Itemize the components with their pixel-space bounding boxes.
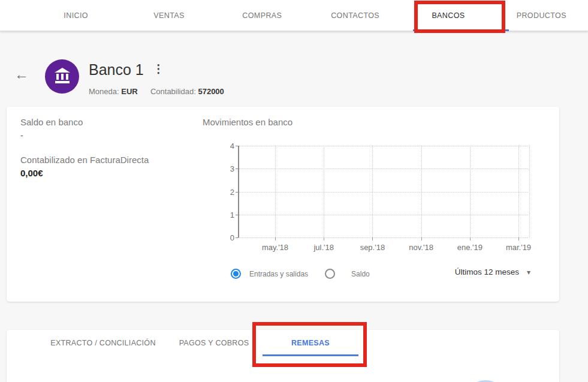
bank-overview-card: Saldo en banco - Contabilizado en Factur… — [7, 107, 559, 302]
chevron-down-icon: ▾ — [527, 268, 530, 276]
active-nav-underline — [413, 29, 509, 31]
nav-tab-ventas[interactable]: VENTAS — [122, 0, 215, 31]
accounting-value: 572000 — [198, 87, 224, 96]
bank-detail-page: { "nav": { "items": [ { "label": "INICIO… — [0, 0, 588, 382]
tab-extracto-conciliacion[interactable]: EXTRACTO / CONCILIACIÓN — [50, 330, 155, 356]
kebab-menu-icon[interactable]: ⋮ — [153, 62, 164, 76]
tab-remesas[interactable]: REMESAS — [291, 330, 330, 356]
radio-entradas-salidas-label: Entradas y salidas — [249, 270, 308, 278]
chart-title: Movimientos en banco — [203, 117, 293, 127]
bank-building-icon — [53, 67, 71, 86]
chart-mode-radios: Entradas y salidas Saldo — [231, 269, 370, 279]
top-navigation: INICIO VENTAS COMPRAS CONTACTOS BANCOS P… — [0, 0, 588, 31]
accounted-label: Contabilizado en FacturaDirecta — [20, 155, 149, 165]
bank-balance-value: - — [20, 131, 23, 140]
accounting-label: Contabilidad: — [150, 87, 196, 96]
radio-entradas-salidas[interactable] — [231, 269, 241, 279]
nav-tab-contactos[interactable]: CONTACTOS — [309, 0, 402, 31]
date-range-dropdown[interactable]: Últimos 12 meses ▾ — [455, 267, 530, 276]
movements-chart: 01234may.'18jul.'18sep.'18nov.'18ene.'19… — [238, 146, 528, 237]
bank-meta: Moneda: EUR Contabilidad: 572000 — [89, 87, 224, 96]
bottom-tab-bar: EXTRACTO / CONCILIACIÓN PAGOS Y COBROS R… — [7, 330, 559, 356]
bank-balance-label: Saldo en banco — [20, 117, 83, 127]
radio-saldo[interactable] — [325, 269, 335, 279]
currency-label: Moneda: — [89, 87, 119, 96]
nav-tab-productos[interactable]: PRODUCTOS — [495, 0, 588, 31]
nav-tab-inicio[interactable]: INICIO — [29, 0, 122, 31]
back-arrow-icon[interactable]: ← — [14, 67, 29, 82]
tab-pagos-y-cobros[interactable]: PAGOS Y COBROS — [179, 330, 249, 356]
currency-value: EUR — [121, 87, 137, 96]
accounted-value: 0,00€ — [20, 168, 43, 178]
bank-detail-tabs-card: EXTRACTO / CONCILIACIÓN PAGOS Y COBROS R… — [7, 330, 559, 382]
page-title: Banco 1 — [89, 61, 144, 79]
date-range-value: Últimos 12 meses — [455, 267, 519, 276]
nav-tab-bancos[interactable]: BANCOS — [402, 0, 494, 31]
active-bottom-tab-underline — [263, 354, 358, 356]
radio-saldo-label: Saldo — [351, 270, 370, 278]
bank-avatar — [45, 59, 79, 94]
nav-tab-compras[interactable]: COMPRAS — [216, 0, 309, 31]
